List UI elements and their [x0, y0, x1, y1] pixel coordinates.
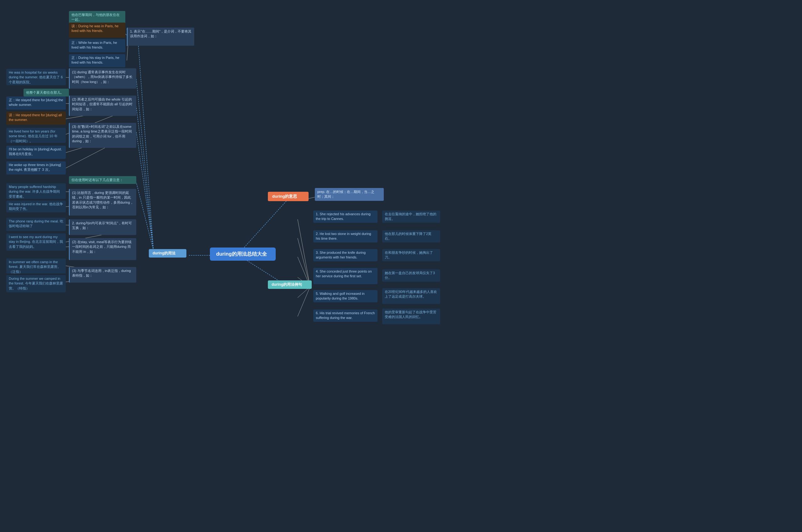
- point1-title: 1. 表示"在……期间"，是介词，不要将其误用作连词，如：: [127, 27, 194, 46]
- central-node: during的用法总结大全: [210, 248, 276, 261]
- note3-title: (2) 在stay, visit, meal等表示行为要持续一段时间的名词之前，…: [69, 238, 136, 260]
- svg-line-9: [298, 287, 310, 317]
- usage-node: during的用法: [149, 249, 186, 258]
- p1-wrong1: 误：During he was in Paris, he lived with …: [69, 22, 125, 38]
- example3-cn: 在和朋友争吵的时候，她掏出了刀。: [382, 249, 440, 261]
- example5-en: 5. Walking and golf increased in popular…: [313, 290, 378, 302]
- p4-woke: He woke up three times in [during] the n…: [6, 162, 66, 174]
- mindmap-container: during的用法总结大全 during的用法 during的意思 during…: [0, 0, 802, 532]
- p3-lived: He lived here for ten years (for some ti…: [6, 128, 66, 143]
- svg-line-5: [298, 238, 310, 287]
- example6-cn: 他的受审重新勾起了在战争中受苦受难的法国人民的回忆。: [382, 309, 440, 324]
- example2-cn: 他在那儿的时候体重下降了2英石。: [382, 230, 440, 243]
- example4-cn: 她在第一盘自己的发球局仅失了3分。: [382, 269, 440, 282]
- p2-hospital: He was in hospital for six weeks during …: [6, 69, 66, 85]
- note1-title: (1) 比较而言，during 更强调时间的延续，in 只是指一般性的某一时间，…: [69, 189, 136, 215]
- example1-en: 1. She rejected his advances during the …: [313, 211, 378, 223]
- n2-aunt: I went to see my aunt during my stay in …: [6, 233, 66, 251]
- point2-title: (1) during 通常表示事件发生在何时（when），而for则表示事件持续…: [69, 68, 136, 89]
- p1-right2: 正：During his stay in Paris, he lived wit…: [69, 54, 125, 68]
- example2-en: 2. He lost two stone in weight during hi…: [313, 230, 378, 243]
- n1-injured: He was injured in the war. 他在战争期间受了伤。: [6, 201, 66, 212]
- n4-forest: In summer we often camp in the forest. 夏…: [6, 259, 66, 273]
- but-note: 但在使用时还有以下几点要注意：: [69, 176, 136, 184]
- example1-cn: 在去往戛纳的途中，她拒绝了他的挑逗。: [382, 211, 440, 223]
- n4-summer: During the summer we camped in the fores…: [6, 275, 66, 292]
- meaning-node: during的意思: [268, 192, 309, 201]
- meaning-def: prep. 在…的时候；在…期间，当…之时；其间；: [315, 188, 384, 201]
- n1-hardship: Many people suffered hardship during the…: [6, 183, 66, 199]
- svg-line-21: [136, 79, 153, 251]
- svg-line-16: [138, 38, 153, 251]
- svg-line-1: [241, 199, 288, 251]
- p3-right: 正：He stayed there for [during] the whole…: [6, 96, 66, 110]
- svg-line-30: [136, 182, 153, 251]
- n2-phone: The phone rang during the meal. 吃饭时电话铃响了: [6, 218, 66, 231]
- svg-line-23: [136, 107, 153, 251]
- example5-cn: 在20世纪80年代越来越多的人喜欢上了远足或是打高尔夫球。: [382, 288, 440, 304]
- examples-node: during的用法例句: [268, 280, 312, 289]
- p4-holiday: I'll be on holiday in [during] August. 我…: [6, 146, 66, 159]
- example4-en: 4. She conceded just three points on her…: [313, 268, 378, 284]
- p1-top: 他在巴黎期间，与他的朋友住在一起。: [69, 11, 125, 24]
- p2-summer: 他整个夏天都住在那儿。: [23, 89, 69, 96]
- example3-en: 3. She produced the knife during argumen…: [313, 249, 378, 261]
- point4-title: (3) 在"数词+时间名词"之前以及在some time, a long tim…: [69, 123, 136, 148]
- svg-line-4: [298, 219, 310, 287]
- example6-en: 6. His trial revived memories of French …: [313, 309, 378, 322]
- note2-title: 2. during与in均可表示"时间点"，有时可互换，如：: [69, 219, 136, 235]
- svg-line-27: [136, 132, 153, 251]
- p3-wrong: 误：He stayed there for [during] all the s…: [6, 112, 66, 125]
- point3-title: (2) 两者之后均可接由 the whole 引起的时间短语，但通常不能跟由 a…: [69, 96, 136, 116]
- p1-right1: 正：While he was in Paris, he lived with h…: [69, 39, 125, 52]
- note4-title: (3) 与季节名词连用，in表泛指，during表特指，如：: [69, 267, 136, 283]
